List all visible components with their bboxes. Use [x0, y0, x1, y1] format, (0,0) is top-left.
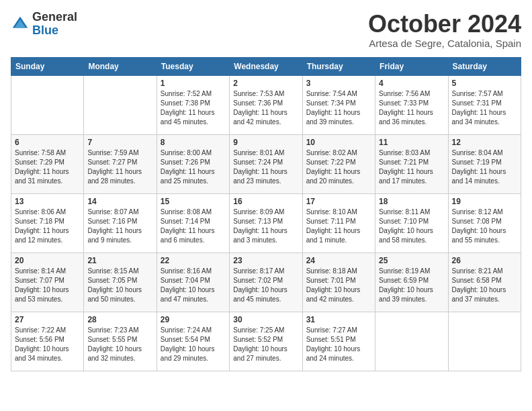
calendar-cell: 6Sunrise: 7:58 AMSunset: 7:29 PMDaylight…: [11, 134, 84, 193]
day-info: Sunrise: 7:22 AMSunset: 5:56 PMDaylight:…: [15, 326, 80, 363]
calendar-cell: 8Sunrise: 8:00 AMSunset: 7:26 PMDaylight…: [157, 134, 229, 193]
day-number: 23: [233, 256, 298, 265]
day-number: 1: [161, 79, 226, 88]
calendar-table: SundayMondayTuesdayWednesdayThursdayFrid…: [11, 57, 521, 371]
page-header: General Blue October 2024 Artesa de Segr…: [11, 11, 521, 49]
calendar-cell: 22Sunrise: 8:16 AMSunset: 7:04 PMDayligh…: [157, 253, 229, 312]
day-number: 30: [233, 315, 298, 324]
day-number: 6: [15, 138, 80, 147]
day-number: 25: [379, 256, 444, 265]
day-info: Sunrise: 8:04 AMSunset: 7:19 PMDaylight:…: [452, 148, 517, 186]
day-number: 16: [233, 197, 298, 206]
calendar-cell: 20Sunrise: 8:14 AMSunset: 7:07 PMDayligh…: [11, 253, 84, 312]
day-info: Sunrise: 8:11 AMSunset: 7:10 PMDaylight:…: [379, 208, 444, 245]
calendar-week-row: 27Sunrise: 7:22 AMSunset: 5:56 PMDayligh…: [11, 312, 521, 371]
day-info: Sunrise: 7:57 AMSunset: 7:31 PMDaylight:…: [452, 89, 517, 127]
calendar-cell: 4Sunrise: 7:56 AMSunset: 7:33 PMDaylight…: [375, 75, 448, 134]
weekday-header-row: SundayMondayTuesdayWednesdayThursdayFrid…: [11, 57, 521, 75]
day-number: 11: [379, 138, 444, 147]
logo-text: General Blue: [32, 11, 77, 38]
logo-icon: [11, 15, 30, 34]
day-info: Sunrise: 7:58 AMSunset: 7:29 PMDaylight:…: [15, 148, 80, 186]
day-number: 28: [87, 315, 152, 324]
calendar-week-row: 1Sunrise: 7:52 AMSunset: 7:38 PMDaylight…: [11, 75, 521, 134]
calendar-cell: 10Sunrise: 8:02 AMSunset: 7:22 PMDayligh…: [302, 134, 375, 193]
day-number: 13: [15, 197, 80, 206]
day-info: Sunrise: 8:09 AMSunset: 7:13 PMDaylight:…: [233, 208, 298, 245]
calendar-cell: 21Sunrise: 8:15 AMSunset: 7:05 PMDayligh…: [84, 253, 157, 312]
day-number: 7: [87, 138, 152, 147]
weekday-header: Saturday: [448, 57, 521, 75]
day-info: Sunrise: 7:59 AMSunset: 7:27 PMDaylight:…: [87, 148, 152, 186]
calendar-cell: 25Sunrise: 8:19 AMSunset: 6:59 PMDayligh…: [375, 253, 448, 312]
day-number: 24: [306, 256, 371, 265]
calendar-cell: 7Sunrise: 7:59 AMSunset: 7:27 PMDaylight…: [84, 134, 157, 193]
day-number: 29: [161, 315, 226, 324]
day-number: 27: [15, 315, 80, 324]
calendar-cell: 16Sunrise: 8:09 AMSunset: 7:13 PMDayligh…: [230, 193, 302, 253]
calendar-cell: 18Sunrise: 8:11 AMSunset: 7:10 PMDayligh…: [375, 193, 448, 253]
day-info: Sunrise: 7:25 AMSunset: 5:52 PMDaylight:…: [233, 326, 298, 363]
title-block: October 2024 Artesa de Segre, Catalonia,…: [368, 11, 521, 49]
day-info: Sunrise: 8:21 AMSunset: 6:58 PMDaylight:…: [452, 267, 517, 304]
calendar-cell: 24Sunrise: 8:18 AMSunset: 7:01 PMDayligh…: [302, 253, 375, 312]
day-info: Sunrise: 8:17 AMSunset: 7:02 PMDaylight:…: [233, 267, 298, 304]
day-number: 20: [15, 256, 80, 265]
calendar-cell: 23Sunrise: 8:17 AMSunset: 7:02 PMDayligh…: [230, 253, 302, 312]
day-number: 2: [233, 79, 298, 88]
day-info: Sunrise: 8:12 AMSunset: 7:08 PMDaylight:…: [452, 208, 517, 245]
calendar-cell: 17Sunrise: 8:10 AMSunset: 7:11 PMDayligh…: [302, 193, 375, 253]
day-info: Sunrise: 8:03 AMSunset: 7:21 PMDaylight:…: [379, 148, 444, 186]
day-info: Sunrise: 7:54 AMSunset: 7:34 PMDaylight:…: [306, 89, 371, 127]
day-info: Sunrise: 8:19 AMSunset: 6:59 PMDaylight:…: [379, 267, 444, 304]
day-number: 26: [452, 256, 517, 265]
calendar-cell: 31Sunrise: 7:27 AMSunset: 5:51 PMDayligh…: [302, 312, 375, 371]
day-info: Sunrise: 8:07 AMSunset: 7:16 PMDaylight:…: [87, 208, 152, 245]
day-number: 14: [87, 197, 152, 206]
calendar-cell: 28Sunrise: 7:23 AMSunset: 5:55 PMDayligh…: [84, 312, 157, 371]
calendar-week-row: 20Sunrise: 8:14 AMSunset: 7:07 PMDayligh…: [11, 253, 521, 312]
day-info: Sunrise: 8:16 AMSunset: 7:04 PMDaylight:…: [161, 267, 226, 304]
calendar-cell: 2Sunrise: 7:53 AMSunset: 7:36 PMDaylight…: [230, 75, 302, 134]
calendar-cell: [448, 312, 521, 371]
calendar-cell: 5Sunrise: 7:57 AMSunset: 7:31 PMDaylight…: [448, 75, 521, 134]
day-info: Sunrise: 8:02 AMSunset: 7:22 PMDaylight:…: [306, 148, 371, 186]
day-info: Sunrise: 7:23 AMSunset: 5:55 PMDaylight:…: [87, 326, 152, 363]
calendar-cell: [84, 75, 157, 134]
day-number: 19: [452, 197, 517, 206]
weekday-header: Wednesday: [230, 57, 302, 75]
day-info: Sunrise: 8:15 AMSunset: 7:05 PMDaylight:…: [87, 267, 152, 304]
weekday-header: Friday: [375, 57, 448, 75]
day-info: Sunrise: 8:14 AMSunset: 7:07 PMDaylight:…: [15, 267, 80, 304]
calendar-cell: 13Sunrise: 8:06 AMSunset: 7:18 PMDayligh…: [11, 193, 84, 253]
day-info: Sunrise: 7:27 AMSunset: 5:51 PMDaylight:…: [306, 326, 371, 363]
day-number: 22: [161, 256, 226, 265]
calendar-cell: 3Sunrise: 7:54 AMSunset: 7:34 PMDaylight…: [302, 75, 375, 134]
day-number: 5: [452, 79, 517, 88]
weekday-header: Thursday: [302, 57, 375, 75]
location: Artesa de Segre, Catalonia, Spain: [368, 38, 521, 49]
day-number: 31: [306, 315, 371, 324]
day-info: Sunrise: 7:24 AMSunset: 5:54 PMDaylight:…: [161, 326, 226, 363]
day-info: Sunrise: 8:01 AMSunset: 7:24 PMDaylight:…: [233, 148, 298, 186]
month-title: October 2024: [368, 11, 521, 38]
calendar-cell: 9Sunrise: 8:01 AMSunset: 7:24 PMDaylight…: [230, 134, 302, 193]
day-number: 10: [306, 138, 371, 147]
day-info: Sunrise: 8:08 AMSunset: 7:14 PMDaylight:…: [161, 208, 226, 245]
calendar-week-row: 6Sunrise: 7:58 AMSunset: 7:29 PMDaylight…: [11, 134, 521, 193]
day-number: 12: [452, 138, 517, 147]
day-number: 8: [161, 138, 226, 147]
day-number: 15: [161, 197, 226, 206]
day-info: Sunrise: 7:52 AMSunset: 7:38 PMDaylight:…: [161, 89, 226, 127]
calendar-cell: [11, 75, 84, 134]
calendar-week-row: 13Sunrise: 8:06 AMSunset: 7:18 PMDayligh…: [11, 193, 521, 253]
day-number: 9: [233, 138, 298, 147]
day-number: 18: [379, 197, 444, 206]
day-number: 21: [87, 256, 152, 265]
calendar-cell: 26Sunrise: 8:21 AMSunset: 6:58 PMDayligh…: [448, 253, 521, 312]
day-number: 17: [306, 197, 371, 206]
calendar-cell: 19Sunrise: 8:12 AMSunset: 7:08 PMDayligh…: [448, 193, 521, 253]
weekday-header: Tuesday: [157, 57, 229, 75]
day-info: Sunrise: 8:10 AMSunset: 7:11 PMDaylight:…: [306, 208, 371, 245]
calendar-cell: 27Sunrise: 7:22 AMSunset: 5:56 PMDayligh…: [11, 312, 84, 371]
